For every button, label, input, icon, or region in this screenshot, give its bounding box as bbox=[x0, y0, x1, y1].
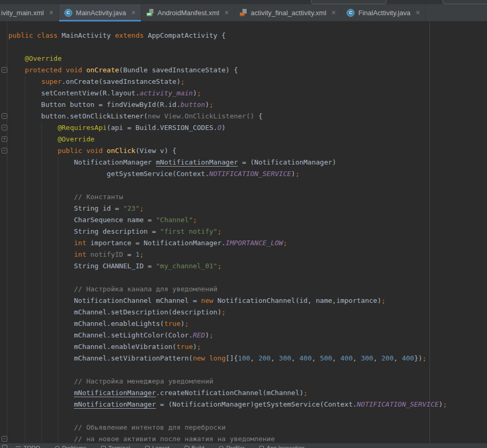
code-line[interactable] bbox=[8, 272, 447, 283]
fold-marker-icon[interactable]: − bbox=[2, 113, 7, 119]
tab-close-icon[interactable]: × bbox=[416, 9, 420, 16]
code-token: ; bbox=[381, 297, 385, 304]
statusbar-item-todo[interactable]: TODO bbox=[16, 445, 40, 448]
code-line[interactable]: Button button = findViewById(R.id.button… bbox=[8, 99, 447, 111]
code-line[interactable] bbox=[8, 180, 447, 191]
statusbar-item-app-inspection[interactable]: App Inspection bbox=[259, 445, 305, 448]
code-token: , bbox=[250, 354, 259, 362]
fold-marker-icon[interactable]: + bbox=[2, 136, 7, 142]
tab-close-icon[interactable]: × bbox=[49, 9, 53, 16]
statusbar-item-profiler[interactable]: Profiler bbox=[219, 445, 245, 448]
code-line[interactable]: mChannel.enableVibration(true); bbox=[8, 341, 447, 353]
code-line[interactable]: // Настройка менеджера уведомлений bbox=[8, 376, 447, 387]
code-token: IMPORTANCE_LOW bbox=[226, 239, 283, 247]
statusbar-item-logcat[interactable]: Logcat bbox=[145, 445, 170, 448]
code-line[interactable]: NotificationManager mNotificationManager… bbox=[8, 157, 447, 168]
editor-tab-bar: ivity_main.xml×CMainActivity.java×Androi… bbox=[0, 4, 487, 21]
code-token: "first notify" bbox=[160, 227, 218, 235]
tab-close-icon[interactable]: × bbox=[131, 9, 136, 16]
code-token: button.setOnClickListener( bbox=[8, 112, 148, 120]
statusbar-item-terminal[interactable]: Terminal bbox=[101, 445, 130, 448]
code-token: 100 bbox=[238, 354, 250, 362]
code-token: true bbox=[176, 343, 193, 351]
fold-marker-icon[interactable]: − bbox=[2, 125, 7, 130]
code-line[interactable]: button.setOnClickListener(new View.OnCli… bbox=[8, 111, 447, 122]
tab-activity-final-acttivity-xml[interactable]: activity_final_acttivity.xml× bbox=[235, 4, 341, 21]
tab-close-icon[interactable]: × bbox=[331, 9, 336, 16]
code-token: 300 bbox=[361, 354, 373, 362]
tab-mainactivity-java[interactable]: CMainActivity.java× bbox=[59, 4, 141, 21]
fold-marker-icon[interactable]: − bbox=[2, 148, 7, 154]
code-token: true bbox=[164, 320, 180, 327]
tab-label: MainActivity.java bbox=[76, 9, 126, 17]
tool-window-corner-icon[interactable] bbox=[2, 445, 7, 448]
code-token: ) bbox=[205, 101, 209, 108]
code-editor[interactable]: public class MainActivity extends AppCom… bbox=[0, 21, 487, 443]
code-line[interactable]: public void onClick(View v) { bbox=[8, 145, 447, 157]
code-text[interactable]: public class MainActivity extends AppCom… bbox=[8, 30, 447, 443]
code-line[interactable]: @RequiresApi(api = Build.VERSION_CODES.O… bbox=[8, 122, 447, 134]
code-token: AppCompatActivity { bbox=[148, 31, 226, 39]
code-token: ; bbox=[295, 170, 300, 178]
tab-finalacttivity-java[interactable]: CFinalActtivity.java× bbox=[341, 4, 426, 21]
java-class-icon: C bbox=[64, 9, 72, 17]
fold-marker-icon[interactable]: − bbox=[2, 67, 7, 73]
code-line[interactable]: mChannel.setLightColor(Color.RED); bbox=[8, 330, 447, 341]
code-token: mChannel.enableLights( bbox=[8, 320, 164, 327]
tab-ivity-main-xml[interactable]: ivity_main.xml× bbox=[0, 4, 59, 21]
code-token: , bbox=[291, 354, 300, 362]
code-token bbox=[8, 389, 74, 397]
code-line[interactable] bbox=[8, 364, 447, 376]
code-line[interactable]: int notifyID = 1; bbox=[8, 249, 447, 260]
code-line[interactable]: // Настройка канала для уведомлений bbox=[8, 283, 447, 295]
code-token bbox=[8, 250, 74, 258]
statusbar-item-build[interactable]: Build bbox=[184, 445, 204, 448]
code-line[interactable] bbox=[8, 410, 447, 422]
tab-close-icon[interactable]: × bbox=[225, 9, 229, 16]
manifest-icon bbox=[147, 9, 154, 16]
todo-icon bbox=[16, 446, 21, 448]
code-token: ) bbox=[291, 170, 295, 178]
tab-androidmanifest-xml[interactable]: AndroidManifest.xml× bbox=[141, 4, 235, 21]
code-token: "23" bbox=[123, 204, 139, 212]
code-token: MainActivity bbox=[62, 31, 115, 39]
code-token: ; bbox=[197, 343, 201, 351]
code-line[interactable]: protected void onCreate(Bundle savedInst… bbox=[8, 64, 447, 76]
code-token: ; bbox=[217, 262, 222, 270]
statusbar-item-problems[interactable]: Problems bbox=[55, 445, 86, 448]
code-line[interactable]: mNotificationManager = (NotificationMana… bbox=[8, 399, 447, 410]
code-token: .onCreate(savedInstanceState) bbox=[62, 78, 181, 85]
code-line[interactable]: int importance = NotificationManager.IMP… bbox=[8, 237, 447, 249]
device-selector-widget[interactable] bbox=[442, 0, 487, 4]
code-token: new long bbox=[193, 354, 226, 362]
code-token: ; bbox=[185, 320, 189, 327]
code-token: String id = bbox=[8, 204, 123, 212]
code-line[interactable]: String description = "first notify"; bbox=[8, 226, 447, 237]
tab-label: ivity_main.xml bbox=[1, 9, 44, 17]
code-line[interactable]: setContentView(R.layout.activity_main); bbox=[8, 88, 447, 99]
code-token: ; bbox=[139, 250, 143, 258]
code-line[interactable] bbox=[8, 41, 447, 53]
code-line[interactable]: mChannel.setDescription(description); bbox=[8, 307, 447, 318]
code-line[interactable]: String CHANNEL_ID = "my_channel_01"; bbox=[8, 260, 447, 272]
code-line[interactable]: String id = "23"; bbox=[8, 203, 447, 214]
tool-window-bar: TODOProblemsTerminalLogcatBuildProfilerA… bbox=[0, 443, 487, 448]
code-line[interactable]: // Обьявление интентов для переброски bbox=[8, 422, 447, 433]
fold-marker-icon[interactable]: − bbox=[2, 436, 7, 442]
code-line[interactable]: getSystemService(Context.NOTIFICATION_SE… bbox=[8, 168, 447, 180]
run-configuration-widget[interactable] bbox=[311, 0, 386, 4]
code-line[interactable]: @Override bbox=[8, 53, 447, 64]
code-line[interactable]: mNotificationManager.createNotificationC… bbox=[8, 387, 447, 399]
code-token: int bbox=[74, 239, 86, 247]
code-line[interactable]: NotificationChannel mChannel = new Notif… bbox=[8, 295, 447, 307]
code-token: ) bbox=[439, 400, 443, 408]
code-line[interactable]: mChannel.enableLights(true); bbox=[8, 318, 447, 330]
code-line[interactable]: @Override bbox=[8, 134, 447, 145]
code-line[interactable]: CharSequence name = "Channel"; bbox=[8, 214, 447, 226]
code-token: ; bbox=[443, 400, 447, 408]
code-line[interactable]: super.onCreate(savedInstanceState); bbox=[8, 76, 447, 88]
code-line[interactable]: mChannel.setVibrationPattern(new long[]{… bbox=[8, 353, 447, 364]
code-line[interactable]: public class MainActivity extends AppCom… bbox=[8, 30, 447, 41]
code-line[interactable]: // Константы bbox=[8, 191, 447, 203]
code-line[interactable]: // на новое активити после нажатия на ув… bbox=[8, 433, 447, 443]
